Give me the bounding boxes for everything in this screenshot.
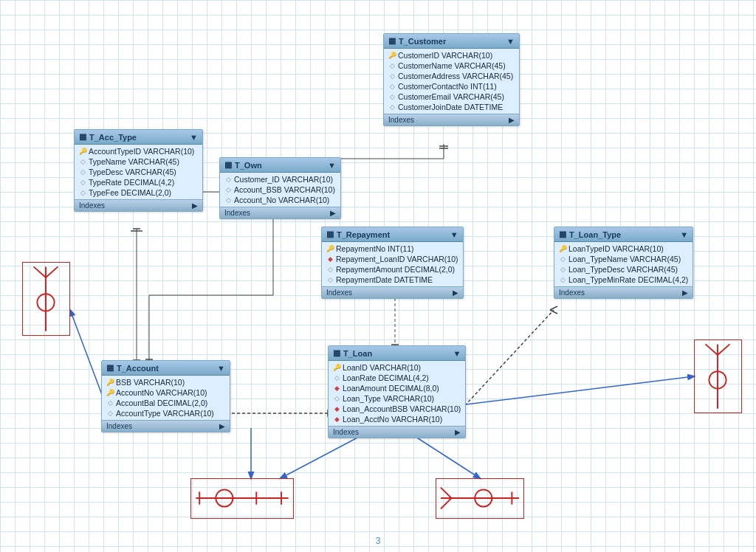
footer-arrow: ▶	[509, 116, 515, 124]
field-account-no: ◇ Account_No VARCHAR(10)	[220, 195, 340, 205]
symbol-many-zero-right	[436, 478, 524, 519]
field-loan-typedesc: ◇ Loan_TypeDesc VARCHAR(45)	[554, 264, 693, 275]
table-icon: ▦	[559, 230, 566, 239]
table-icon: ▦	[79, 132, 86, 142]
circle-icon: ◇	[79, 179, 86, 186]
svg-line-15	[70, 310, 103, 399]
field-accountno: 🔑 AccountNo VARCHAR(10)	[102, 387, 230, 398]
diamond-icon: ◆	[326, 255, 334, 263]
table-t-repayment[interactable]: ▦ T_Repayment ▼ 🔑 RepaymentNo INT(11) ◆ …	[321, 227, 464, 299]
diamond-icon: ◆	[333, 384, 340, 392]
svg-line-49	[706, 344, 718, 355]
table-body-t-account: 🔑 BSB VARCHAR(10) 🔑 AccountNo VARCHAR(10…	[102, 376, 230, 420]
table-header-t-account: ▦ T_Account ▼	[102, 361, 230, 376]
table-footer-t-loan-type: Indexes ▶	[554, 286, 693, 298]
table-body-t-loan: 🔑 LoanID VARCHAR(10) ◇ LoanRate DECIMAL(…	[329, 361, 465, 426]
table-t-account[interactable]: ▦ T_Account ▼ 🔑 BSB VARCHAR(10) 🔑 Accoun…	[101, 360, 230, 432]
svg-line-36	[413, 435, 480, 478]
table-footer-t-loan: Indexes ▶	[329, 426, 465, 438]
circle-icon: ◇	[559, 266, 566, 273]
field-typedesc: ◇ TypeDesc VARCHAR(45)	[75, 167, 202, 177]
circle-icon: ◇	[106, 399, 114, 407]
symbol-fork-right-svg	[695, 340, 741, 413]
circle-icon: ◇	[388, 83, 396, 90]
svg-line-59	[441, 488, 451, 498]
table-body-t-customer: 🔑 CustomerID VARCHAR(10) ◇ CustomerName …	[384, 49, 519, 114]
symbol-fork-left	[22, 262, 70, 336]
filter-icon: ▼	[450, 230, 458, 239]
svg-line-50	[718, 344, 729, 355]
circle-icon: ◇	[388, 103, 396, 111]
footer-arrow: ▶	[219, 422, 225, 430]
key-icon: 🔑	[388, 52, 396, 59]
field-accounttype: ◇ AccountType VARCHAR(10)	[102, 408, 230, 418]
svg-line-37	[454, 376, 694, 406]
circle-icon: ◇	[79, 168, 86, 176]
circle-icon: ◇	[326, 276, 334, 283]
footer-arrow: ▶	[682, 289, 688, 297]
table-t-acc-type[interactable]: ▦ T_Acc_Type ▼ 🔑 AccountTypeID VARCHAR(1…	[74, 129, 203, 212]
table-t-customer[interactable]: ▦ T_Customer ▼ 🔑 CustomerID VARCHAR(10) …	[383, 33, 520, 126]
field-typerate: ◇ TypeRate DECIMAL(4,2)	[75, 177, 202, 187]
field-customername: ◇ CustomerName VARCHAR(45)	[384, 61, 519, 71]
circle-icon: ◇	[326, 266, 334, 273]
circle-icon: ◇	[224, 196, 232, 204]
svg-line-45	[46, 266, 58, 277]
key-icon: 🔑	[559, 245, 566, 252]
field-account-bsb: ◇ Account_BSB VARCHAR(10)	[220, 184, 340, 195]
table-icon: ▦	[388, 36, 396, 46]
table-footer-t-repayment: Indexes ▶	[322, 286, 463, 298]
symbol-fork-left-svg	[23, 263, 69, 335]
field-loanid: 🔑 LoanID VARCHAR(10)	[329, 362, 465, 373]
svg-line-32	[550, 306, 557, 310]
svg-line-35	[281, 435, 362, 478]
table-t-own[interactable]: ▦ T_Own ▼ ◇ Customer_ID VARCHAR(10) ◇ Ac…	[219, 157, 341, 219]
field-loan-acctno: ◆ Loan_AcctNo VARCHAR(10)	[329, 414, 465, 424]
table-footer-t-account: Indexes ▶	[102, 420, 230, 432]
filter-icon: ▼	[328, 161, 336, 170]
circle-icon: ◇	[388, 62, 396, 69]
field-accounttypeid: 🔑 AccountTypeID VARCHAR(10)	[75, 146, 202, 156]
circle-icon: ◇	[559, 255, 566, 263]
field-loan-typename: ◇ Loan_TypeName VARCHAR(45)	[554, 254, 693, 264]
field-customerjoindate: ◇ CustomerJoinDate DATETIME	[384, 102, 519, 112]
field-customerid: 🔑 CustomerID VARCHAR(10)	[384, 50, 519, 61]
circle-icon: ◇	[79, 158, 86, 165]
circle-icon: ◇	[388, 93, 396, 100]
table-footer-t-customer: Indexes ▶	[384, 114, 519, 125]
field-bsb: 🔑 BSB VARCHAR(10)	[102, 377, 230, 387]
field-repaymentamount: ◇ RepaymentAmount DECIMAL(2,0)	[322, 264, 463, 275]
table-header-t-repayment: ▦ T_Repayment ▼	[322, 227, 463, 242]
table-t-loan-type[interactable]: ▦ T_Loan_Type ▼ 🔑 LoanTypeID VARCHAR(10)…	[554, 227, 693, 299]
table-body-t-repayment: 🔑 RepaymentNo INT(11) ◆ Repayment_LoanID…	[322, 242, 463, 286]
table-header-t-acc-type: ▦ T_Acc_Type ▼	[75, 130, 202, 145]
circle-icon: ◇	[106, 410, 114, 417]
filter-icon: ▼	[190, 133, 198, 142]
table-t-loan[interactable]: ▦ T_Loan ▼ 🔑 LoanID VARCHAR(10) ◇ LoanRa…	[328, 345, 466, 438]
symbol-zero-one-left	[190, 478, 294, 519]
table-footer-t-acc-type: Indexes ▶	[75, 199, 202, 211]
table-header-t-loan: ▦ T_Loan ▼	[329, 346, 465, 361]
field-customer-id: ◇ Customer_ID VARCHAR(10)	[220, 174, 340, 184]
circle-icon: ◇	[333, 374, 340, 382]
field-repaymentno: 🔑 RepaymentNo INT(11)	[322, 244, 463, 254]
symbol-many-zero-right-svg	[436, 479, 523, 518]
field-accountbal: ◇ AccountBal DECIMAL(2,0)	[102, 398, 230, 408]
field-loanrate: ◇ LoanRate DECIMAL(4,2)	[329, 373, 465, 383]
field-loan-accountbsb: ◆ Loan_AccountBSB VARCHAR(10)	[329, 404, 465, 414]
field-loanamount: ◆ LoanAmount DECIMAL(8,0)	[329, 383, 465, 393]
table-header-t-customer: ▦ T_Customer ▼	[384, 34, 519, 49]
table-body-t-own: ◇ Customer_ID VARCHAR(10) ◇ Account_BSB …	[220, 173, 340, 207]
circle-icon: ◇	[79, 189, 86, 196]
footer-arrow: ▶	[192, 201, 198, 210]
table-icon: ▦	[326, 230, 334, 239]
field-typefee: ◇ TypeFee DECIMAL(2,0)	[75, 187, 202, 198]
svg-line-44	[34, 266, 46, 277]
filter-icon: ▼	[680, 230, 688, 239]
field-loan-typeminrate: ◇ Loan_TypeMinRate DECIMAL(4,2)	[554, 275, 693, 285]
circle-icon: ◇	[224, 176, 232, 183]
field-repaymentdate: ◇ RepaymentDate DATETIME	[322, 275, 463, 285]
table-icon: ▦	[106, 363, 114, 373]
circle-icon: ◇	[559, 276, 566, 283]
footer-arrow: ▶	[453, 289, 458, 297]
